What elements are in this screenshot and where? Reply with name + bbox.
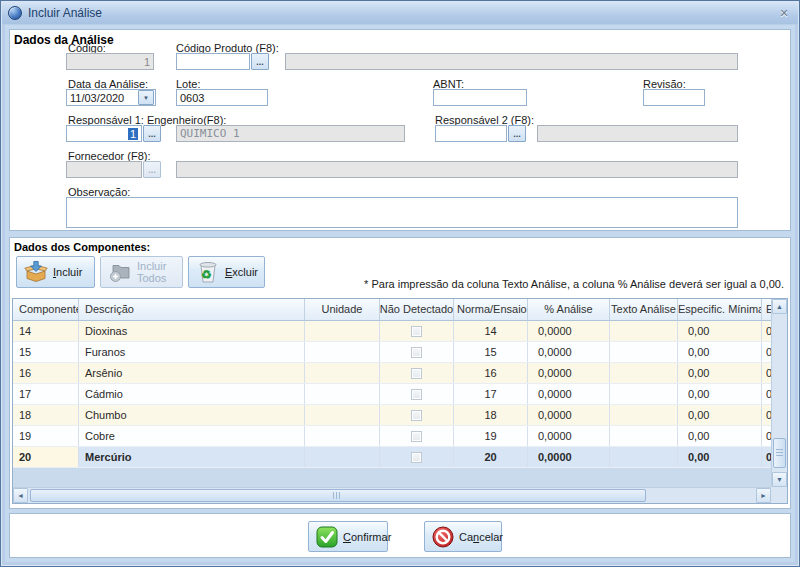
incluir-button[interactable]: Incluir (16, 256, 95, 288)
table-row[interactable]: 19Cobre190,00000,000,00 (13, 426, 771, 447)
table-cell-unidade (305, 384, 380, 404)
nao-detectado-checkbox[interactable] (411, 452, 422, 463)
table-cell-componente: 17 (13, 384, 79, 404)
column-header[interactable]: Norma/Ensaios (454, 299, 528, 321)
table-cell-descricao: Cádmio (79, 384, 305, 404)
nao-detectado-checkbox[interactable] (411, 410, 422, 421)
codigo-produto-field[interactable] (176, 53, 250, 70)
dialog-window: Incluir Análise ✕ Dados da Análise Códig… (0, 0, 800, 567)
table-cell-texto_analise (610, 447, 678, 467)
table-cell-componente: 14 (13, 321, 79, 341)
codigo-produto-lookup-button[interactable]: ... (251, 53, 269, 70)
column-header[interactable]: Especific. Mínima (678, 299, 762, 321)
table-cell-especific_maxima: 0,00 (762, 447, 771, 467)
table-cell-texto_analise (610, 405, 678, 425)
table-cell-descricao: Arsênio (79, 363, 305, 383)
responsavel2-description-field (537, 125, 738, 142)
table-cell-nao_detectado (380, 321, 454, 341)
nao-detectado-checkbox[interactable] (411, 368, 422, 379)
table-cell-unidade (305, 363, 380, 383)
table-cell-especific_maxima: 0,00 (762, 384, 771, 404)
table-cell-descricao: Dioxinas (79, 321, 305, 341)
vertical-scroll-thumb[interactable] (773, 438, 786, 468)
table-cell-especific_maxima: 0,00 (762, 405, 771, 425)
table-row[interactable]: 17Cádmio170,00000,000,00 (13, 384, 771, 405)
column-header[interactable]: % Análise (528, 299, 610, 321)
box-arrow-icon (24, 260, 48, 284)
fornecedor-description-field (176, 161, 738, 178)
column-header[interactable]: Componente (13, 299, 79, 321)
check-icon (316, 526, 338, 548)
table-row[interactable]: 15Furanos150,00000,000,00 (13, 342, 771, 363)
table-cell-especific_minima: 0,00 (678, 363, 762, 383)
observacao-textarea[interactable] (66, 197, 738, 228)
column-header[interactable]: Unidade (305, 299, 380, 321)
fornecedor-lookup-button: ... (143, 161, 161, 178)
data-analise-field[interactable]: 11/03/2020 ▼ (66, 89, 156, 106)
table-cell-pct_analise: 0,0000 (528, 405, 610, 425)
codigo-value: 1 (144, 56, 150, 68)
vertical-scrollbar[interactable]: ▲ ▼ (771, 299, 787, 487)
table-cell-especific_minima: 0,00 (678, 321, 762, 341)
column-header[interactable]: Descrição (79, 299, 305, 321)
excluir-button[interactable]: ♻ Excluir (188, 256, 265, 288)
responsavel1-lookup-button[interactable]: ... (143, 125, 161, 142)
column-header[interactable]: Texto Análise (610, 299, 678, 321)
table-cell-componente: 16 (13, 363, 79, 383)
revisao-field[interactable] (643, 89, 705, 106)
scroll-up-icon[interactable]: ▲ (772, 299, 787, 314)
column-header[interactable]: Não Detectado (380, 299, 454, 321)
table-cell-unidade (305, 426, 380, 446)
lote-value: 0603 (180, 92, 204, 104)
table-cell-componente: 20 (13, 447, 79, 467)
responsavel2-lookup-button[interactable]: ... (508, 125, 526, 142)
table-cell-unidade (305, 405, 380, 425)
table-cell-nao_detectado (380, 447, 454, 467)
date-dropdown-icon[interactable]: ▼ (138, 90, 154, 105)
table-cell-especific_minima: 0,00 (678, 342, 762, 362)
table-row[interactable]: 20Mercúrio200,00000,000,00 (13, 447, 771, 468)
horizontal-scrollbar[interactable]: ◄ ► (13, 487, 771, 503)
nao-detectado-checkbox[interactable] (411, 326, 422, 337)
lote-field[interactable]: 0603 (176, 89, 268, 106)
table-cell-especific_minima: 0,00 (678, 447, 762, 467)
table-cell-especific_maxima: 0,00 (762, 426, 771, 446)
nao-detectado-checkbox[interactable] (411, 389, 422, 400)
responsavel2-field[interactable] (435, 125, 507, 142)
window-title: Incluir Análise (28, 6, 102, 20)
incluir-button-label: Incluir (53, 266, 82, 278)
confirmar-button[interactable]: Confirmar (308, 521, 388, 552)
responsavel1-description-field: QUIMICO 1 (176, 125, 405, 142)
cancelar-button[interactable]: Cancelar (424, 521, 502, 552)
table-cell-pct_analise: 0,0000 (528, 363, 610, 383)
footer-panel: Confirmar Cancelar (9, 513, 791, 558)
codigo-field: 1 (66, 53, 154, 70)
table-row[interactable]: 14Dioxinas140,00000,000,00 (13, 321, 771, 342)
responsavel1-field[interactable]: 1 (66, 125, 142, 142)
fornecedor-field (66, 161, 142, 178)
scroll-down-icon[interactable]: ▼ (772, 472, 787, 487)
app-icon (8, 6, 22, 20)
trash-recycle-icon: ♻ (196, 260, 220, 284)
nao-detectado-checkbox[interactable] (411, 431, 422, 442)
table-cell-especific_maxima: 0,00 (762, 342, 771, 362)
table-cell-descricao: Mercúrio (79, 447, 305, 467)
table-cell-componente: 19 (13, 426, 79, 446)
components-table: ComponenteDescriçãoUnidadeNão DetectadoN… (12, 298, 788, 504)
nao-detectado-checkbox[interactable] (411, 347, 422, 358)
table-cell-componente: 18 (13, 405, 79, 425)
close-icon[interactable]: ✕ (776, 6, 792, 21)
scroll-left-icon[interactable]: ◄ (13, 488, 28, 503)
scroll-right-icon[interactable]: ► (756, 488, 771, 503)
table-row[interactable]: 18Chumbo180,00000,000,00 (13, 405, 771, 426)
table-cell-pct_analise: 0,0000 (528, 447, 610, 467)
responsavel1-description: QUIMICO 1 (180, 127, 240, 140)
horizontal-scroll-thumb[interactable] (30, 489, 646, 502)
table-cell-especific_maxima: 0,00 (762, 363, 771, 383)
abnt-field[interactable] (433, 89, 527, 106)
table-cell-norma_ensaios: 19 (454, 426, 528, 446)
table-cell-pct_analise: 0,0000 (528, 321, 610, 341)
scrollbar-corner (771, 487, 787, 503)
table-row[interactable]: 16Arsênio160,00000,000,00 (13, 363, 771, 384)
table-cell-especific_minima: 0,00 (678, 426, 762, 446)
